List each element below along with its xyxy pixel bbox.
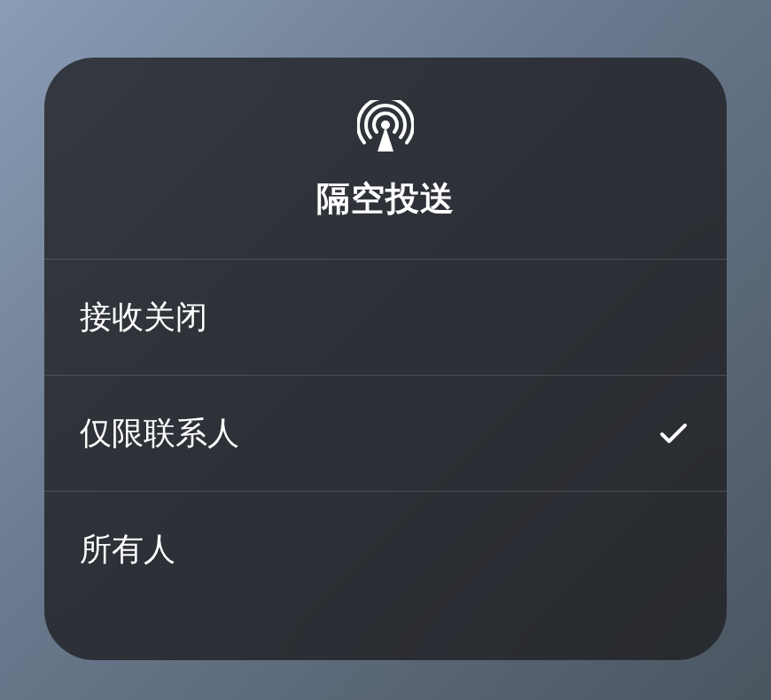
option-label: 所有人 bbox=[80, 528, 175, 572]
panel-header: 隔空投送 bbox=[44, 58, 727, 260]
panel-title: 隔空投送 bbox=[316, 176, 455, 222]
option-everyone[interactable]: 所有人 bbox=[44, 492, 727, 608]
option-contacts-only[interactable]: 仅限联系人 bbox=[44, 376, 727, 492]
checkmark-icon bbox=[656, 416, 691, 451]
option-label: 仅限联系人 bbox=[80, 412, 239, 455]
option-label: 接收关闭 bbox=[80, 296, 207, 339]
airdrop-settings-panel: 隔空投送 接收关闭 仅限联系人 所有人 bbox=[44, 58, 727, 660]
airdrop-icon bbox=[357, 100, 414, 157]
options-list: 接收关闭 仅限联系人 所有人 bbox=[44, 260, 727, 660]
option-receiving-off[interactable]: 接收关闭 bbox=[44, 260, 727, 376]
